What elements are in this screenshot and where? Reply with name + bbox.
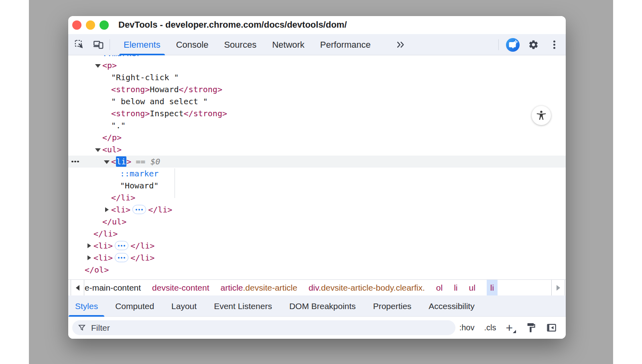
breadcrumb-bar: e-main-contentdevsite-contentarticle.dev…	[68, 279, 566, 295]
dom-tree-row[interactable]: <strong>Howard</strong>	[68, 83, 566, 95]
breadcrumb-item[interactable]: e-main-content	[85, 280, 141, 296]
dom-tree-row[interactable]: "."	[68, 119, 566, 131]
expand-children-adorner-icon[interactable]	[132, 205, 146, 214]
tab-layout[interactable]: Layout	[165, 295, 203, 317]
more-tabs-chevron-icon[interactable]	[395, 39, 406, 50]
breadcrumb-item[interactable]: article.devsite-article	[221, 280, 297, 296]
code-segment-tag: </ul>	[102, 217, 126, 226]
class-toggle[interactable]: .cls	[484, 323, 496, 332]
code-segment-tag: <ul>	[102, 145, 122, 154]
expand-children-adorner-icon[interactable]	[115, 241, 128, 250]
dom-tree-row[interactable]: "Howard"	[68, 180, 566, 192]
dom-tree-row[interactable]: <p>	[68, 59, 566, 71]
minimize-window-button[interactable]	[86, 20, 95, 30]
breadcrumb-item[interactable]: ul	[469, 280, 475, 296]
scroll-left-icon	[76, 285, 79, 291]
dom-tree-row[interactable]: <ul>	[68, 144, 566, 156]
breadcrumb-tag: ol	[436, 283, 443, 292]
dom-tree-row[interactable]: </ul>	[68, 216, 566, 228]
pseudo-state-toggle[interactable]: :hov	[459, 323, 475, 332]
dom-tree-row[interactable]: ::marker	[68, 55, 566, 59]
close-window-button[interactable]	[72, 20, 81, 30]
expand-children-adorner-icon[interactable]	[115, 253, 128, 262]
panel-tabs: ElementsConsoleSourcesNetworkPerformance	[118, 34, 377, 55]
expand-arrow-icon[interactable]	[104, 204, 110, 216]
breadcrumb-item[interactable]: devsite-content	[152, 280, 209, 296]
filter-field[interactable]	[72, 320, 455, 335]
dock-sidebar-icon[interactable]	[546, 322, 557, 333]
paint-brush-icon[interactable]	[526, 322, 536, 333]
code-segment-text: "Right-click "	[111, 73, 179, 82]
code-segment-text: "."	[111, 121, 126, 130]
code-segment-tag: <strong>	[111, 85, 150, 94]
tab-dom-breakpoints[interactable]: DOM Breakpoints	[283, 295, 362, 317]
toolbar-divider	[110, 39, 110, 50]
tab-computed[interactable]: Computed	[109, 295, 160, 317]
dom-tree-row[interactable]: </ol>	[68, 264, 566, 276]
dom-tree-row[interactable]: </p>	[68, 131, 566, 144]
breadcrumb-classes: .devsite-article	[243, 283, 297, 292]
dom-tree-row[interactable]: </li>	[68, 228, 566, 240]
code-segment-text: Howard	[150, 85, 179, 94]
zoom-window-button[interactable]	[100, 20, 109, 30]
breadcrumb-tag: article	[221, 283, 243, 292]
expand-arrow-icon[interactable]	[86, 252, 92, 264]
code-segment-pseudo: ::marker	[102, 55, 141, 58]
code-segment-dollar: $0	[150, 157, 160, 166]
devtools-toolbar: ElementsConsoleSourcesNetworkPerformance	[68, 34, 566, 55]
new-style-rule-button[interactable]: +	[506, 322, 516, 334]
breadcrumb-tag: ul	[469, 283, 475, 292]
dom-tree-row[interactable]: <li>==$0	[68, 156, 566, 168]
dom-tree-row[interactable]: " below and select "	[68, 95, 566, 107]
code-segment-text: Inspect	[150, 109, 183, 118]
dom-tree-row[interactable]: ::marker	[68, 168, 566, 180]
dom-tree-row[interactable]: <li></li>	[68, 252, 566, 264]
dom-tree-row[interactable]: <li></li>	[68, 240, 566, 252]
code-segment-tag: </strong>	[184, 109, 227, 118]
tab-accessibility[interactable]: Accessibility	[422, 295, 481, 317]
breadcrumb-item[interactable]: li	[454, 280, 457, 296]
more-options-kebab-icon[interactable]	[552, 39, 557, 50]
dom-tree-row[interactable]: "Right-click "	[68, 71, 566, 83]
breadcrumb-classes: .devsite-article-body.clearfix.	[319, 283, 425, 292]
ai-assistant-icon[interactable]	[506, 38, 520, 52]
filter-bar-controls: :hov .cls +	[459, 317, 557, 339]
collapse-arrow-icon[interactable]	[104, 156, 110, 168]
tab-properties[interactable]: Properties	[367, 295, 418, 317]
device-toolbar-icon[interactable]	[93, 39, 104, 50]
window-title: DevTools - developer.chrome.com/docs/dev…	[118, 20, 347, 30]
settings-gear-icon[interactable]	[528, 39, 539, 50]
breadcrumb-item[interactable]: div.devsite-article-body.clearfix.	[309, 280, 425, 296]
breadcrumb-scroll-right-button[interactable]	[551, 280, 565, 296]
filter-input[interactable]	[91, 323, 420, 333]
dom-tree-row[interactable]: </li>	[68, 192, 566, 204]
dom-tree: ::marker<p>"Right-click "<strong>Howard<…	[68, 55, 566, 276]
accessibility-person-icon	[536, 110, 547, 121]
tab-performance[interactable]: Performance	[314, 34, 377, 55]
breadcrumb-scroll-left-button[interactable]	[71, 280, 84, 296]
code-segment-tag: </p>	[102, 133, 122, 142]
inspect-element-icon[interactable]	[74, 39, 85, 50]
dom-tree-row[interactable]: <li></li>	[68, 204, 566, 216]
tab-network[interactable]: Network	[266, 34, 311, 55]
accessibility-fab[interactable]	[532, 106, 551, 125]
code-segment-pseudo: ::marker	[120, 169, 158, 178]
titlebar: DevTools - developer.chrome.com/docs/dev…	[68, 16, 566, 34]
sidebar-tabs: StylesComputedLayoutEvent ListenersDOM B…	[68, 295, 566, 317]
breadcrumb-item[interactable]: ol	[436, 280, 443, 296]
tab-event-listeners[interactable]: Event Listeners	[207, 295, 278, 317]
tab-styles[interactable]: Styles	[69, 295, 104, 317]
tab-elements[interactable]: Elements	[118, 34, 167, 55]
collapse-arrow-icon[interactable]	[95, 59, 101, 71]
tab-console[interactable]: Console	[170, 34, 215, 55]
code-segment-tag: <li>	[111, 205, 130, 214]
dom-tree-row[interactable]: <strong>Inspect</strong>	[68, 107, 566, 119]
breadcrumb-item[interactable]: li	[487, 280, 498, 296]
breadcrumb-tag: div	[309, 283, 319, 292]
collapse-arrow-icon[interactable]	[95, 144, 101, 156]
tab-sources[interactable]: Sources	[218, 34, 262, 55]
breadcrumb-tag: li	[454, 283, 457, 292]
code-segment-tag: >	[126, 157, 131, 166]
expand-arrow-icon[interactable]	[86, 240, 92, 252]
node-options-icon[interactable]	[71, 156, 79, 168]
